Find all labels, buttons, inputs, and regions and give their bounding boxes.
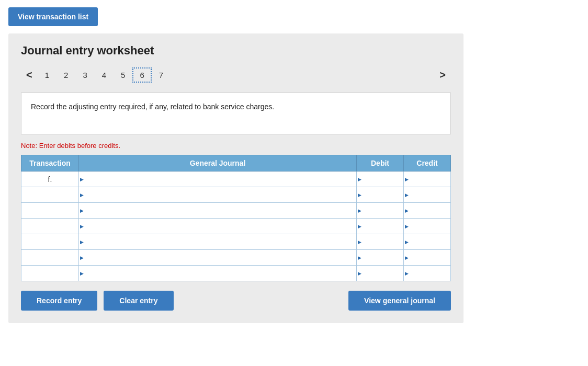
general-journal-input-1[interactable] — [79, 171, 356, 187]
action-buttons: Record entry Clear entry View general jo… — [21, 291, 451, 311]
transaction-cell-3 — [21, 203, 79, 219]
col-header-general-journal: General Journal — [79, 155, 357, 171]
general-journal-cell-1[interactable] — [79, 171, 357, 187]
worksheet-container: Journal entry worksheet < 1 2 3 4 5 6 7 … — [8, 33, 463, 323]
debit-input-5[interactable] — [357, 234, 403, 249]
credit-input-4[interactable] — [404, 219, 450, 234]
debit-cell-3[interactable] — [357, 203, 404, 219]
table-row: f. — [21, 171, 451, 187]
step-6[interactable]: 6 — [132, 67, 151, 83]
transaction-cell-7 — [21, 266, 79, 281]
step-2[interactable]: 2 — [56, 68, 75, 82]
general-journal-input-4[interactable] — [79, 219, 356, 234]
table-row — [21, 234, 451, 250]
record-entry-button[interactable]: Record entry — [21, 291, 97, 311]
view-transaction-button[interactable]: View transaction list — [8, 7, 98, 26]
table-row — [21, 203, 451, 219]
general-journal-input-6[interactable] — [79, 250, 356, 265]
transaction-cell-2 — [21, 187, 79, 203]
step-4[interactable]: 4 — [95, 68, 114, 82]
debit-cell-7[interactable] — [357, 266, 404, 281]
transaction-cell-5 — [21, 234, 79, 250]
general-journal-cell-3[interactable] — [79, 203, 357, 219]
credit-input-7[interactable] — [404, 266, 450, 281]
debit-input-7[interactable] — [357, 266, 403, 281]
credit-cell-2[interactable] — [404, 187, 451, 203]
transaction-label-1: f. — [48, 175, 52, 184]
prev-step-arrow[interactable]: < — [21, 67, 38, 83]
credit-cell-1[interactable] — [404, 171, 451, 187]
credit-cell-5[interactable] — [404, 234, 451, 250]
general-journal-cell-6[interactable] — [79, 250, 357, 266]
instruction-box: Record the adjusting entry required, if … — [21, 93, 451, 134]
debit-cell-1[interactable] — [357, 171, 404, 187]
next-step-arrow[interactable]: > — [434, 67, 451, 83]
credit-cell-3[interactable] — [404, 203, 451, 219]
debit-cell-6[interactable] — [357, 250, 404, 266]
debit-input-2[interactable] — [357, 187, 403, 202]
general-journal-cell-2[interactable] — [79, 187, 357, 203]
debit-input-6[interactable] — [357, 250, 403, 265]
general-journal-cell-7[interactable] — [79, 266, 357, 281]
general-journal-input-3[interactable] — [79, 203, 356, 218]
general-journal-cell-5[interactable] — [79, 234, 357, 250]
clear-entry-button[interactable]: Clear entry — [104, 291, 173, 311]
transaction-cell-4 — [21, 219, 79, 234]
debit-input-3[interactable] — [357, 203, 403, 218]
step-7[interactable]: 7 — [152, 68, 171, 82]
general-journal-input-7[interactable] — [79, 266, 356, 281]
worksheet-title: Journal entry worksheet — [21, 44, 451, 58]
credit-input-5[interactable] — [404, 234, 450, 249]
general-journal-cell-4[interactable] — [79, 219, 357, 234]
note-text: Note: Enter debits before credits. — [21, 142, 451, 150]
view-general-journal-button[interactable]: View general journal — [348, 291, 451, 311]
general-journal-input-5[interactable] — [79, 234, 356, 249]
credit-input-6[interactable] — [404, 250, 450, 265]
general-journal-input-2[interactable] — [79, 187, 356, 202]
table-row — [21, 250, 451, 266]
table-row — [21, 266, 451, 281]
credit-input-1[interactable] — [404, 171, 450, 187]
col-header-debit: Debit — [357, 155, 404, 171]
step-1[interactable]: 1 — [38, 68, 56, 82]
transaction-cell-6 — [21, 250, 79, 266]
step-3[interactable]: 3 — [75, 68, 94, 82]
col-header-credit: Credit — [404, 155, 451, 171]
step-navigation: < 1 2 3 4 5 6 7 > — [21, 67, 451, 83]
step-5[interactable]: 5 — [114, 68, 132, 82]
transaction-cell-1: f. — [21, 171, 79, 187]
table-row — [21, 219, 451, 234]
journal-table: Transaction General Journal Debit Credit… — [21, 155, 451, 281]
debit-cell-5[interactable] — [357, 234, 404, 250]
credit-input-3[interactable] — [404, 203, 450, 218]
debit-cell-2[interactable] — [357, 187, 404, 203]
debit-input-4[interactable] — [357, 219, 403, 234]
table-row — [21, 187, 451, 203]
debit-input-1[interactable] — [357, 171, 403, 187]
credit-cell-6[interactable] — [404, 250, 451, 266]
credit-cell-7[interactable] — [404, 266, 451, 281]
col-header-transaction: Transaction — [21, 155, 79, 171]
credit-input-2[interactable] — [404, 187, 450, 202]
credit-cell-4[interactable] — [404, 219, 451, 234]
debit-cell-4[interactable] — [357, 219, 404, 234]
